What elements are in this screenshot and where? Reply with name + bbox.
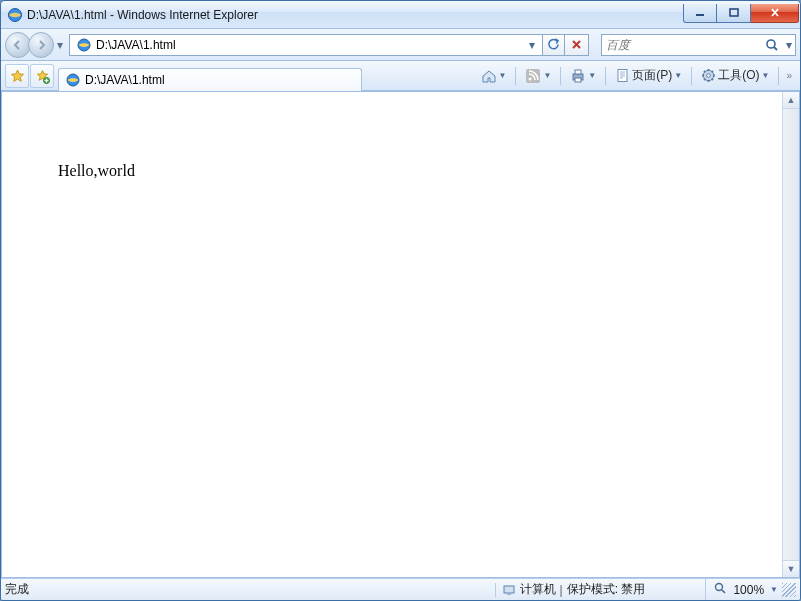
svg-point-4 xyxy=(767,40,775,48)
close-button[interactable] xyxy=(751,4,799,23)
search-box[interactable]: ▾ xyxy=(601,34,796,56)
page-menu-button[interactable]: 页面(P) ▼ xyxy=(611,65,686,87)
page-icon xyxy=(615,68,630,83)
refresh-button[interactable] xyxy=(543,34,565,56)
scroll-down-button[interactable]: ▼ xyxy=(783,560,799,577)
home-icon xyxy=(481,68,497,84)
ie-icon xyxy=(7,7,23,23)
tab-icon xyxy=(65,72,81,88)
svg-rect-16 xyxy=(507,593,511,595)
status-zone: 计算机 xyxy=(520,581,556,598)
nav-bar: ▾ ▾ ▾ xyxy=(1,29,800,61)
rss-icon xyxy=(525,68,541,84)
address-box[interactable]: ▾ xyxy=(69,34,543,56)
document-body[interactable]: Hello,world xyxy=(2,92,782,577)
svg-rect-15 xyxy=(504,586,514,593)
address-dropdown[interactable]: ▾ xyxy=(524,38,540,52)
status-protected-mode: 保护模式: 禁用 xyxy=(567,581,646,598)
zoom-dropdown[interactable]: ▼ xyxy=(770,585,778,594)
nav-buttons: ▾ xyxy=(5,32,66,58)
print-icon xyxy=(570,68,586,84)
gear-icon xyxy=(701,68,716,83)
toolbar-overflow[interactable]: » xyxy=(784,70,794,81)
add-favorite-button[interactable] xyxy=(30,64,54,88)
maximize-button[interactable] xyxy=(717,4,751,23)
vertical-scrollbar[interactable]: ▲ ▼ xyxy=(782,92,799,577)
svg-point-14 xyxy=(707,74,711,78)
stop-button[interactable] xyxy=(565,34,589,56)
command-tools: ▼ ▼ ▼ 页面(P) ▼ 工具(O) ▼ xyxy=(477,64,797,87)
nav-history-dropdown[interactable]: ▾ xyxy=(54,32,66,58)
titlebar[interactable]: D:\JAVA\1.html - Windows Internet Explor… xyxy=(1,1,800,29)
window-title: D:\JAVA\1.html - Windows Internet Explor… xyxy=(27,8,258,22)
address-input[interactable] xyxy=(96,38,524,52)
svg-rect-2 xyxy=(730,9,738,16)
window-controls xyxy=(683,5,800,24)
search-input[interactable] xyxy=(602,38,761,52)
zoom-control[interactable]: 100% ▼ xyxy=(705,579,778,600)
favorites-button[interactable] xyxy=(5,64,29,88)
scroll-track[interactable] xyxy=(783,109,799,560)
tab-title: D:\JAVA\1.html xyxy=(85,73,165,87)
favorites-bar xyxy=(5,64,54,87)
svg-rect-11 xyxy=(575,78,581,82)
content-area: Hello,world ▲ ▼ xyxy=(1,91,800,578)
forward-button[interactable] xyxy=(28,32,54,58)
svg-rect-1 xyxy=(696,14,704,16)
zoom-value: 100% xyxy=(733,583,764,597)
print-button[interactable]: ▼ xyxy=(566,65,600,87)
svg-rect-10 xyxy=(575,70,581,74)
browser-window: D:\JAVA\1.html - Windows Internet Explor… xyxy=(0,0,801,601)
address-group: ▾ xyxy=(69,34,589,56)
tab-current[interactable]: D:\JAVA\1.html xyxy=(58,68,362,92)
page-icon xyxy=(76,37,92,53)
status-done: 完成 xyxy=(5,581,29,598)
zone-icon xyxy=(502,583,516,597)
zoom-icon xyxy=(714,582,727,598)
resize-grip[interactable] xyxy=(782,583,796,597)
search-provider-dropdown[interactable]: ▾ xyxy=(783,38,795,52)
status-bar: 完成 计算机 | 保护模式: 禁用 100% ▼ xyxy=(1,578,800,600)
scroll-up-button[interactable]: ▲ xyxy=(783,92,799,109)
feeds-button[interactable]: ▼ xyxy=(521,65,555,87)
minimize-button[interactable] xyxy=(683,4,717,23)
home-button[interactable]: ▼ xyxy=(477,65,511,87)
search-icon[interactable] xyxy=(761,38,783,52)
command-bar: D:\JAVA\1.html ▼ ▼ ▼ 页面(P) ▼ xyxy=(1,61,800,91)
svg-point-17 xyxy=(716,583,723,590)
tools-menu-button[interactable]: 工具(O) ▼ xyxy=(697,65,773,87)
svg-point-8 xyxy=(529,77,532,80)
page-text: Hello,world xyxy=(58,162,135,179)
